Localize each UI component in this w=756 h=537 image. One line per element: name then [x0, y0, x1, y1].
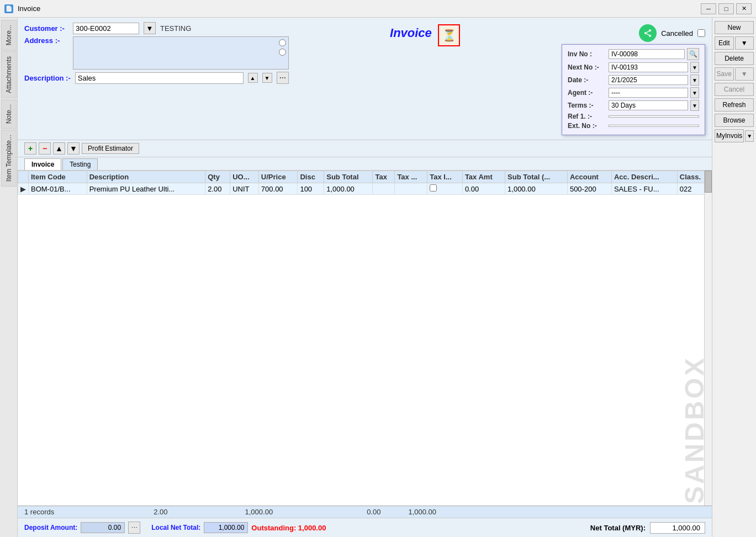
status-taxamt: 0.00 [367, 508, 380, 516]
close-button[interactable]: ✕ [736, 3, 752, 14]
row-subtotal2[interactable]: 1,000.00 [505, 183, 568, 195]
col-disc[interactable]: Disc [298, 171, 324, 183]
hourglass-button[interactable]: ⏳ [438, 24, 460, 46]
col-tax[interactable]: Tax [373, 171, 395, 183]
col-item-code[interactable]: Item Code [29, 171, 87, 183]
new-button[interactable]: New [715, 21, 754, 34]
ref1-value [609, 115, 699, 118]
title-bar: 📄 Invoice ─ □ ✕ [0, 0, 756, 18]
local-net-label: Local Net Total: [151, 524, 200, 531]
share-button[interactable] [639, 24, 657, 42]
remove-row-button[interactable]: − [39, 142, 51, 155]
row-account[interactable]: 500-200 [567, 183, 611, 195]
description-down-button[interactable]: ▼ [262, 73, 272, 83]
browse-button[interactable]: Browse [715, 114, 754, 127]
terms-dropdown[interactable]: ▼ [690, 100, 699, 111]
minimize-button[interactable]: ─ [701, 3, 716, 14]
ext-no-value [609, 125, 699, 127]
row-acc-desc[interactable]: SALES - FU... [611, 183, 677, 195]
refresh-button[interactable]: Refresh [715, 98, 754, 111]
delete-button[interactable]: Delete [715, 52, 754, 65]
row-subtotal[interactable]: 1,000.00 [324, 183, 373, 195]
description-input[interactable] [75, 72, 244, 84]
row-disc[interactable]: 100 [298, 183, 324, 195]
table-container[interactable]: Item Code Description Qty UO... U/Price … [18, 171, 712, 506]
tabs-row: Invoice Testing [18, 157, 712, 171]
svg-line-4 [647, 31, 649, 33]
net-total-label: Net Total (MYR): [590, 524, 646, 532]
col-uprice[interactable]: U/Price [258, 171, 298, 183]
row-tax-inc[interactable] [427, 183, 463, 195]
col-qty[interactable]: Qty [205, 171, 230, 183]
row-tax[interactable] [373, 183, 395, 195]
row-indicator: ▶ [18, 183, 29, 195]
date-value: 2/1/2025 [609, 75, 688, 85]
row-qty[interactable]: 2.00 [205, 183, 230, 195]
myinvois-arrow-button[interactable]: ▼ [745, 130, 754, 142]
edit-button[interactable]: Edit [715, 36, 734, 50]
description-up-button[interactable]: ▲ [248, 73, 258, 83]
col-subtotal[interactable]: Sub Total [324, 171, 373, 183]
svg-point-0 [649, 29, 651, 31]
sidebar-attachments-button[interactable]: Attachments [1, 51, 17, 98]
col-acc-desc[interactable]: Acc. Descri... [611, 171, 677, 183]
row-tax-amt[interactable]: 0.00 [462, 183, 505, 195]
col-indicator [18, 171, 29, 183]
row-description[interactable]: Premium PU Leather Ulti... [87, 183, 205, 195]
agent-dropdown[interactable]: ▼ [690, 87, 699, 98]
myinvois-button[interactable]: MyInvois [715, 129, 744, 142]
local-net-value: 1,000.00 [204, 522, 248, 533]
cancelled-label: Cancelled [661, 29, 693, 38]
edit-arrow-button[interactable]: ▼ [735, 36, 754, 50]
tab-invoice[interactable]: Invoice [24, 158, 61, 170]
customer-dropdown-button[interactable]: ▼ [144, 22, 156, 34]
tab-testing[interactable]: Testing [62, 158, 98, 170]
save-split: Save ▼ [715, 67, 754, 81]
row-uprice[interactable]: 700.00 [258, 183, 298, 195]
add-row-button[interactable]: + [24, 142, 36, 155]
address-radio-1[interactable] [279, 39, 286, 46]
scrollbar-thumb[interactable] [705, 171, 712, 193]
cancelled-checkbox[interactable] [697, 29, 705, 37]
move-up-button[interactable]: ▲ [53, 142, 65, 155]
customer-row: Customer :- ▼ TESTING [24, 22, 289, 34]
row-item-code[interactable]: BOM-01/B... [29, 183, 87, 195]
cancel-button[interactable]: Cancel [715, 83, 754, 96]
col-tax-inc[interactable]: Tax I... [427, 171, 463, 183]
records-count: 1 records [24, 508, 54, 516]
table-scrollbar[interactable] [704, 171, 712, 506]
col-account[interactable]: Account [567, 171, 611, 183]
tax-inc-checkbox[interactable] [430, 184, 437, 192]
svg-point-1 [644, 32, 647, 34]
col-uom[interactable]: UO... [230, 171, 259, 183]
myinvois-row: MyInvois ▼ [715, 129, 754, 142]
date-dropdown[interactable]: ▼ [690, 75, 699, 86]
move-down-button[interactable]: ▼ [67, 142, 80, 155]
description-more-button[interactable]: ⋯ [277, 72, 289, 84]
col-tax-pct[interactable]: Tax ... [395, 171, 427, 183]
outstanding-text: Outstanding: 1,000.00 [251, 524, 326, 532]
save-button[interactable]: Save [715, 67, 734, 81]
sidebar-item-template-button[interactable]: Item Template... [1, 130, 17, 187]
maximize-button[interactable]: □ [718, 3, 734, 14]
profit-estimator-button[interactable]: Profit Estimator [82, 143, 139, 154]
inv-no-value: IV-00098 [609, 49, 685, 59]
row-uom[interactable]: UNIT [230, 183, 259, 195]
ext-no-label: Ext. No :- [568, 122, 606, 130]
sidebar-more-button[interactable]: More... [1, 20, 17, 50]
save-arrow-button[interactable]: ▼ [735, 67, 754, 81]
row-tax-pct[interactable] [395, 183, 427, 195]
col-subtotal2[interactable]: Sub Total (... [505, 171, 568, 183]
col-description[interactable]: Description [87, 171, 205, 183]
address-radio-2[interactable] [279, 49, 286, 56]
sidebar-note-button[interactable]: Note... [1, 99, 17, 129]
deposit-more-button[interactable]: ⋯ [128, 522, 140, 534]
customer-code-input[interactable] [73, 23, 139, 34]
address-row: Address :- [24, 36, 289, 70]
table-row[interactable]: ▶ BOM-01/B... Premium PU Leather Ulti...… [18, 183, 712, 195]
edit-split: Edit ▼ [715, 36, 754, 50]
inv-search-button[interactable]: 🔍 [687, 48, 699, 60]
info-panel: Inv No : IV-00098 🔍 Next No :- IV-00193 … [562, 44, 705, 135]
next-no-dropdown[interactable]: ▼ [690, 62, 699, 73]
col-tax-amt[interactable]: Tax Amt [462, 171, 505, 183]
